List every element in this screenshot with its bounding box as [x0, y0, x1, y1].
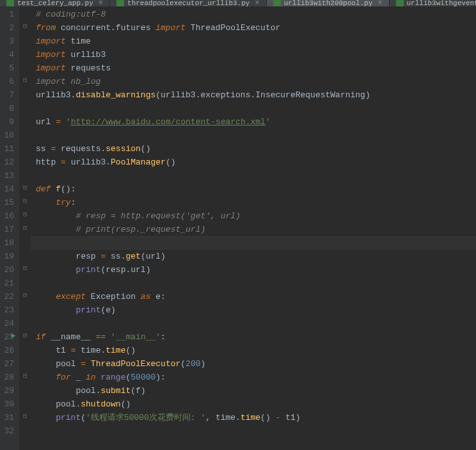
fold-icon[interactable]: ⊟: [19, 195, 31, 208]
tab-label: urllib3with200pool.py: [284, 0, 373, 6]
close-icon[interactable]: ×: [99, 0, 103, 6]
code-line: http = urllib3.PoolManager(): [31, 156, 476, 169]
tab-label: urllib3withgevent.py: [407, 0, 477, 6]
line-number: 18: [3, 236, 14, 250]
code-line: print(resp.url): [31, 263, 476, 277]
close-icon[interactable]: ×: [377, 0, 382, 6]
line-number: 3: [3, 35, 14, 48]
tab-urllib3-gevent[interactable]: urllib3withgevent.py ×: [390, 0, 477, 6]
code-line: [31, 102, 476, 115]
code-line: pool = ThreadPoolExecutor(200): [31, 357, 476, 371]
tab-test-celery[interactable]: test_celery_app.py ×: [0, 0, 110, 6]
code-line: # coding:utf-8: [31, 8, 476, 21]
code-line: print(e): [31, 303, 476, 317]
code-line: url = 'http://www.baidu.com/content-sear…: [31, 115, 476, 129]
tab-urllib3-pool[interactable]: urllib3with200pool.py ×: [267, 0, 390, 6]
line-number: 32: [3, 424, 14, 438]
code-line: urllib3.disable_warnings(urllib3.excepti…: [31, 88, 476, 102]
line-number: 30: [3, 398, 14, 411]
fold-gutter: ⊟ ⊟ ⊟ ⊟ ⊟ ⊟ ⊟ ⊟ ▶⊟ ⊟ ⊟: [19, 6, 31, 450]
line-number: 7: [3, 88, 14, 102]
code-line: [31, 169, 476, 182]
line-number: 8: [3, 102, 14, 115]
line-number: 4: [3, 48, 14, 61]
line-number: 10: [3, 129, 14, 142]
line-number-gutter: 1 2 3 4 5 6 7 8 9 10 11 12 13 14 15 16 1…: [0, 6, 19, 450]
line-number: 22: [3, 290, 14, 303]
line-number: 26: [3, 344, 14, 357]
line-number: 19: [3, 250, 14, 263]
fold-icon[interactable]: ⊟: [19, 262, 31, 275]
fold-icon[interactable]: ⊟: [19, 208, 31, 221]
code-line-current: [31, 236, 476, 250]
tab-label: threadpoolexecutor_urllib3.py: [127, 0, 250, 6]
line-number: 16: [3, 209, 14, 223]
code-line: pool.shutdown(): [31, 398, 476, 411]
line-number: 13: [3, 169, 14, 182]
line-number: 15: [3, 196, 14, 209]
line-number: 20: [3, 263, 14, 277]
line-number: 29: [3, 384, 14, 398]
code-editor[interactable]: 1 2 3 4 5 6 7 8 9 10 11 12 13 14 15 16 1…: [0, 6, 476, 450]
code-line: if __name__ == '__main__':: [31, 330, 476, 344]
code-line: [31, 424, 476, 438]
line-number: 11: [3, 142, 14, 156]
line-number: 12: [3, 156, 14, 169]
line-number: 14: [3, 182, 14, 196]
line-number: 28: [3, 371, 14, 384]
line-number: 1: [3, 8, 14, 21]
line-number: 27: [3, 357, 14, 371]
code-line: from concurrent.futures import ThreadPoo…: [31, 21, 476, 35]
code-line: try:: [31, 196, 476, 209]
code-line: import nb_log: [31, 75, 476, 88]
line-number: 2: [3, 21, 14, 35]
code-line: t1 = time.time(): [31, 344, 476, 357]
tab-label: test_celery_app.py: [17, 0, 93, 6]
code-line: ss = requests.session(): [31, 142, 476, 156]
python-file-icon: [396, 0, 404, 6]
fold-icon[interactable]: ⊟: [19, 369, 31, 383]
code-line: for _ in range(50000):: [31, 371, 476, 384]
line-number: 6: [3, 75, 14, 88]
fold-icon[interactable]: [19, 6, 31, 20]
python-file-icon: [6, 0, 14, 6]
line-number: 9: [3, 115, 14, 129]
code-line: except Exception as e:: [31, 290, 476, 303]
code-area[interactable]: # coding:utf-8 from concurrent.futures i…: [31, 6, 476, 450]
fold-icon[interactable]: ⊟: [19, 74, 31, 87]
code-line: import requests: [31, 61, 476, 75]
fold-icon[interactable]: ⊟: [19, 221, 31, 235]
code-line: resp = ss.get(url): [31, 250, 476, 263]
code-line: print('线程请求50000次花费时间: ', time.time() - …: [31, 411, 476, 424]
close-icon[interactable]: ×: [255, 0, 259, 6]
code-line: [31, 129, 476, 142]
line-number: 17: [3, 223, 14, 236]
line-number: 31: [3, 411, 14, 424]
code-line: [31, 317, 476, 330]
line-number: 21: [3, 277, 14, 290]
line-number: 24: [3, 317, 14, 330]
code-line: import urllib3: [31, 48, 476, 61]
line-number: 23: [3, 303, 14, 317]
python-file-icon: [116, 0, 124, 6]
tab-threadpool[interactable]: threadpoolexecutor_urllib3.py ×: [110, 0, 267, 6]
code-line: def f():: [31, 182, 476, 196]
fold-icon[interactable]: ⊟: [19, 289, 31, 302]
code-line: # print(resp._request_url): [31, 223, 476, 236]
code-line: import time: [31, 35, 476, 48]
code-line: pool.submit(f): [31, 384, 476, 398]
fold-icon[interactable]: ⊟: [19, 181, 31, 195]
fold-icon[interactable]: ⊟: [19, 20, 31, 33]
editor-tabs: test_celery_app.py × threadpoolexecutor_…: [0, 0, 476, 6]
python-file-icon: [273, 0, 281, 6]
line-number: 5: [3, 61, 14, 75]
code-line: [31, 277, 476, 290]
fold-icon[interactable]: ⊟: [19, 410, 31, 423]
code-line: # resp = http.request('get', url): [31, 209, 476, 223]
